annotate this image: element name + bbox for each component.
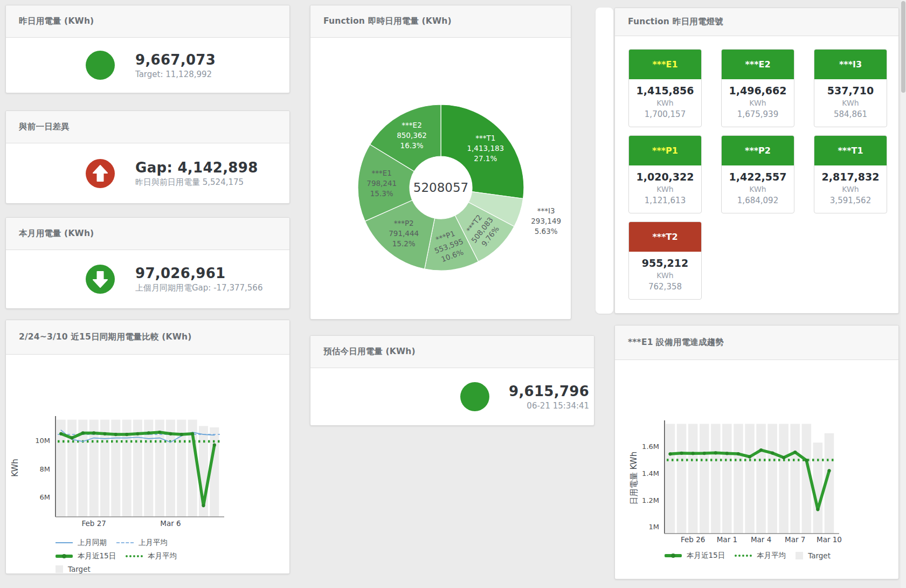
panel-yesterday-usage: 昨日用電量 (KWh) 9,667,073 Target: 11,128,992: [5, 5, 290, 93]
tile-unit: KWh: [722, 183, 794, 195]
legend-label: 上月平均: [139, 538, 168, 548]
legend-swatch-thick-green: [56, 555, 73, 558]
lamp-tile: ***E11,415,856KWh1,700,157: [628, 49, 702, 127]
panel-title: Function 昨日用電燈號: [628, 16, 723, 27]
panel-header[interactable]: 與前一日差異: [6, 111, 289, 143]
legend-swatch-dot-green: [735, 555, 752, 557]
svg-text:1.4M: 1.4M: [642, 469, 659, 478]
legend-item[interactable]: 本月近15日: [665, 551, 725, 561]
legend-item[interactable]: Target: [796, 551, 831, 561]
tile-header: ***E2: [722, 50, 794, 79]
legend-item[interactable]: 上月同期: [56, 538, 107, 548]
svg-text:Mar 1: Mar 1: [717, 535, 737, 544]
tile-unit: KWh: [629, 97, 701, 109]
chart-svg: 6M8M10MFeb 27Mar 6KWh: [6, 355, 291, 532]
tile-label: ***E1: [652, 59, 677, 70]
tile-value: 1,020,322: [629, 171, 701, 183]
legend-item[interactable]: 上月平均: [116, 538, 168, 548]
legend-label: 本月平均: [757, 551, 786, 561]
tile-target: 1,675,939: [722, 109, 794, 120]
tile-label: ***P1: [652, 146, 678, 156]
panel-header[interactable]: Function 即時日用電量 (KWh): [310, 5, 571, 38]
legend-swatch-dot-green: [126, 555, 143, 557]
tile-value: 955,212: [629, 257, 701, 269]
panel-header[interactable]: 預估今日用電量 (KWh): [310, 336, 594, 368]
tile-header: ***E1: [629, 50, 701, 79]
panel-header[interactable]: 昨日用電量 (KWh): [6, 5, 289, 38]
tile-label: ***E2: [745, 59, 770, 70]
stat-subtitle: 昨日與前日用電量 5,524,175: [135, 177, 258, 188]
panel-month-usage: 本月用電量 (KWh) 97,026,961 上個月同期用電Gap: -17,3…: [5, 217, 290, 309]
panel-header[interactable]: 2/24~3/10 近15日同期用電量比較 (KWh): [6, 320, 289, 355]
svg-text:Mar 6: Mar 6: [160, 519, 181, 528]
tile-target: 1,121,613: [629, 195, 701, 206]
panel-lamp-status: Function 昨日用電燈號 ***E11,415,856KWh1,700,1…: [614, 8, 899, 314]
svg-text:Mar 7: Mar 7: [785, 535, 805, 544]
lamp-tile: ***P21,422,557KWh1,684,092: [721, 135, 794, 213]
legend-swatch-dash-blue: [116, 542, 134, 543]
lamp-tiles-grid: ***E11,415,856KWh1,700,157***E21,496,662…: [628, 49, 898, 300]
lamp-tile: ***E21,496,662KWh1,675,939: [721, 49, 794, 127]
stat-value: 97,026,961: [135, 265, 262, 281]
stat-subtitle: 上個月同期用電Gap: -17,377,566: [135, 283, 262, 293]
panel-title: 2/24~3/10 近15日同期用電量比較 (KWh): [19, 331, 192, 343]
tile-label: ***T2: [652, 232, 677, 242]
legend-item[interactable]: 本月平均: [126, 551, 177, 561]
legend-label: 本月近15日: [78, 551, 116, 561]
tile-unit: KWh: [629, 269, 701, 281]
stat-value: 9,667,073: [135, 52, 216, 68]
legend-swatch-line-blue: [56, 542, 73, 543]
legend-item[interactable]: Target: [56, 565, 91, 573]
tile-header: ***P1: [629, 136, 701, 165]
legend-swatch-thick-green: [665, 554, 682, 557]
tile-header: ***T2: [629, 222, 701, 252]
legend-label: 本月平均: [148, 551, 177, 561]
legend-label: Target: [808, 551, 831, 560]
tile-target: 762,358: [629, 281, 701, 293]
svg-text:8M: 8M: [40, 465, 51, 473]
lamp-tile: ***P11,020,322KWh1,121,613: [628, 135, 702, 213]
panel-estimate-today: 預估今日用電量 (KWh) 9,615,796 06-21 15:34:41: [310, 335, 594, 426]
stat-timestamp: 06-21 15:34:41: [509, 401, 589, 411]
tile-label: ***T1: [838, 146, 863, 156]
chart-legend: 上月同期上月平均本月近15日本月平均Target: [56, 538, 223, 577]
donut-chart: ***T11,413,18327.1%***I3293,1495.63%***T…: [310, 38, 571, 319]
tile-unit: KWh: [814, 183, 887, 195]
panel-e1-trend: ***E1 設備用電達成趨勢 1M1.2M1.4M1.6MFeb 26Mar 1…: [614, 325, 899, 579]
lamp-tile: ***I3537,710KWh584,861: [814, 49, 887, 127]
status-circle: [86, 51, 115, 80]
svg-text:1M: 1M: [649, 523, 660, 531]
dashboard: 昨日用電量 (KWh) 9,667,073 Target: 11,128,992…: [0, 0, 906, 588]
scrollbar-thumb[interactable]: [901, 1, 905, 93]
legend-item[interactable]: 本月平均: [735, 551, 786, 561]
chart-svg: 1M1.2M1.4M1.6MFeb 26Mar 1Mar 4Mar 7Mar 1…: [615, 360, 900, 545]
svg-text:1.6M: 1.6M: [642, 442, 659, 451]
tile-header: ***P2: [722, 136, 794, 165]
spacer-strip: [596, 8, 613, 314]
panel-header[interactable]: ***E1 設備用電達成趨勢: [615, 326, 898, 360]
legend-item[interactable]: 本月近15日: [56, 551, 116, 561]
svg-text:Mar 4: Mar 4: [751, 535, 771, 544]
panel-header[interactable]: Function 昨日用電燈號: [615, 8, 898, 36]
tile-target: 584,861: [814, 109, 887, 120]
stat-value: Gap: 4,142,898: [135, 160, 258, 176]
tile-header: ***T1: [814, 136, 887, 165]
e1-trend-chart: 1M1.2M1.4M1.6MFeb 26Mar 1Mar 4Mar 7Mar 1…: [615, 360, 898, 579]
panel-header[interactable]: 本月用電量 (KWh): [6, 218, 289, 250]
stat-value: 9,615,796: [509, 383, 589, 399]
lamp-tile: ***T12,817,832KWh3,591,562: [814, 135, 887, 213]
tile-unit: KWh: [814, 97, 887, 109]
up-arrow-icon: [86, 159, 115, 188]
donut-center-total: 5208057: [413, 181, 468, 195]
stat-subtitle: Target: 11,128,992: [135, 70, 216, 79]
panel-title: 與前一日差異: [19, 121, 70, 133]
tile-target: 3,591,562: [814, 195, 887, 206]
status-circle: [460, 382, 489, 411]
tile-value: 1,496,662: [722, 85, 794, 97]
tile-target: 1,700,157: [629, 109, 701, 120]
lamp-tile: ***T2955,212KWh762,358: [628, 222, 702, 300]
tile-unit: KWh: [629, 183, 701, 195]
panel-title: ***E1 設備用電達成趨勢: [628, 337, 724, 348]
tile-unit: KWh: [722, 97, 794, 109]
svg-text:Feb 27: Feb 27: [82, 519, 106, 528]
